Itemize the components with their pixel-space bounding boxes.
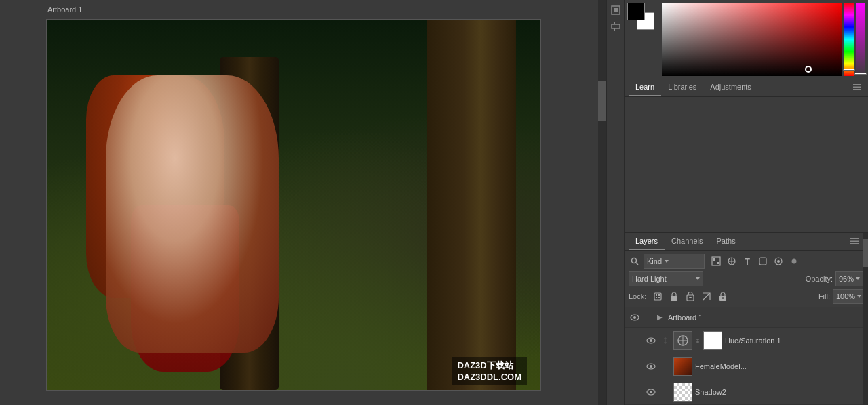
layer-link-artboard xyxy=(644,312,654,323)
layer-item-artboard[interactable]: ▶ Artboard 1 xyxy=(625,307,868,328)
layer-visibility-female[interactable] xyxy=(645,360,657,372)
artboard-label: Artboard 1 xyxy=(41,1,89,18)
filter-pixel-icon[interactable] xyxy=(710,255,722,267)
layer-item-female-model[interactable]: FemaleModel... xyxy=(625,353,868,379)
canvas-scrollbar[interactable] xyxy=(598,0,606,405)
tab-adjustments[interactable]: Adjustments xyxy=(703,79,758,96)
color-gradient-picker[interactable] xyxy=(662,3,842,76)
svg-point-30 xyxy=(722,297,724,299)
alpha-strip[interactable] xyxy=(856,3,865,76)
lock-fill-row: Lock: xyxy=(629,289,864,304)
fill-value-display[interactable]: 100% xyxy=(833,289,864,304)
layer-filter-row: Kind xyxy=(629,254,864,269)
layers-panel: Layers Channels Paths xyxy=(625,232,868,405)
layer-kind-dropdown[interactable]: Kind xyxy=(644,254,705,269)
svg-point-20 xyxy=(792,259,797,264)
opacity-value-display[interactable]: 96% xyxy=(835,271,864,286)
tab-learn[interactable]: Learn xyxy=(629,79,661,96)
right-toolbar-strip xyxy=(606,0,624,405)
layer-thumb-hue-adj xyxy=(673,331,692,350)
strip-icon-1[interactable] xyxy=(608,3,623,18)
layer-name-shadow: Shadow2 xyxy=(695,388,864,396)
lock-pixel-btn[interactable] xyxy=(652,290,664,303)
lock-position-btn[interactable] xyxy=(668,290,680,303)
artboard-container: DAZ3D下载站 DAZ3DDL.COM xyxy=(46,19,541,391)
svg-rect-14 xyxy=(713,258,715,261)
svg-rect-21 xyxy=(654,293,661,300)
layer-link-shadow xyxy=(660,387,671,398)
foreground-color-swatch[interactable] xyxy=(627,3,645,20)
layers-tabs-bar: Layers Channels Paths xyxy=(625,233,868,251)
watermark: DAZ3D下载站 DAZ3DDL.COM xyxy=(452,357,527,385)
svg-rect-23 xyxy=(658,294,660,296)
layer-controls: Kind xyxy=(625,251,868,307)
svg-point-42 xyxy=(650,391,652,393)
kind-dropdown-arrow xyxy=(665,260,669,263)
tab-layers[interactable]: Layers xyxy=(629,233,665,250)
svg-rect-26 xyxy=(671,296,677,301)
right-panel: Learn Libraries Adjustments Layers Chann… xyxy=(624,0,868,405)
svg-point-11 xyxy=(632,258,637,263)
layer-chain-hue xyxy=(695,331,701,350)
svg-rect-4 xyxy=(614,28,615,31)
layer-visibility-hue[interactable] xyxy=(645,334,657,347)
tab-channels[interactable]: Channels xyxy=(665,233,709,250)
artboard-image: DAZ3D下载站 DAZ3DDL.COM xyxy=(47,20,540,390)
svg-rect-24 xyxy=(656,297,657,298)
layer-search-icon[interactable] xyxy=(629,255,641,267)
svg-rect-10 xyxy=(850,243,859,244)
hue-strip[interactable] xyxy=(844,3,854,76)
layer-mask-thumb-hue xyxy=(703,331,722,350)
filter-adjustment-icon[interactable] xyxy=(726,255,738,267)
layer-visibility-artboard[interactable] xyxy=(629,311,641,324)
layer-item-shadow2[interactable]: Shadow2 xyxy=(625,379,868,405)
lock-all-btn[interactable] xyxy=(717,290,729,303)
lock-slice-btn[interactable] xyxy=(701,290,713,303)
canvas-scrollbar-thumb[interactable] xyxy=(598,81,606,121)
filter-enabled-indicator xyxy=(788,255,800,267)
panel-tabs-menu-icon[interactable] xyxy=(850,80,864,95)
artboard-folder-icon: ▶ xyxy=(657,313,663,321)
panel-body xyxy=(625,97,868,232)
svg-rect-3 xyxy=(614,22,615,24)
panel-tabs-bar: Learn Libraries Adjustments xyxy=(625,79,868,97)
layer-name-hue: Hue/Saturation 1 xyxy=(725,336,864,345)
lock-artboard-btn[interactable] xyxy=(684,290,696,303)
svg-rect-5 xyxy=(853,84,861,85)
opacity-arrow xyxy=(856,277,860,280)
svg-rect-28 xyxy=(689,297,692,298)
svg-rect-9 xyxy=(850,241,859,242)
svg-point-19 xyxy=(777,260,780,263)
svg-rect-13 xyxy=(712,257,720,265)
layer-name-female: FemaleModel... xyxy=(695,362,864,370)
svg-rect-17 xyxy=(760,258,766,265)
svg-rect-6 xyxy=(853,87,861,88)
layer-link-female xyxy=(660,361,671,372)
filter-shape-icon[interactable] xyxy=(757,255,769,267)
filter-smart-icon[interactable] xyxy=(772,255,785,267)
layer-visibility-shadow[interactable] xyxy=(645,386,657,398)
svg-rect-2 xyxy=(612,24,620,28)
layers-scrollbar-thumb[interactable] xyxy=(863,239,868,267)
svg-rect-37 xyxy=(696,341,699,343)
color-gradient-handle[interactable] xyxy=(805,66,812,73)
filter-type-icon[interactable]: T xyxy=(741,255,753,267)
tree-right xyxy=(427,20,516,390)
strip-icon-2[interactable] xyxy=(608,19,623,34)
svg-rect-7 xyxy=(853,89,861,90)
layers-list: ▶ Artboard 1 xyxy=(625,307,868,405)
fill-control: Fill: 100% xyxy=(818,289,864,304)
tab-paths[interactable]: Paths xyxy=(710,233,743,250)
layers-scrollbar[interactable] xyxy=(863,233,868,405)
blend-opacity-row: Hard Light Opacity: 96% xyxy=(629,271,864,286)
svg-rect-1 xyxy=(614,8,618,12)
layer-link-chain-hue xyxy=(660,335,671,346)
tab-libraries[interactable]: Libraries xyxy=(661,79,703,96)
svg-point-34 xyxy=(650,339,652,342)
blend-mode-dropdown[interactable]: Hard Light xyxy=(629,271,703,286)
layer-item-hue-saturation[interactable]: Hue/Saturation 1 xyxy=(625,328,868,353)
layers-panel-menu-icon[interactable] xyxy=(845,234,864,249)
opacity-control: Opacity: 96% xyxy=(806,271,864,286)
svg-rect-25 xyxy=(658,297,660,298)
svg-rect-22 xyxy=(656,294,657,296)
